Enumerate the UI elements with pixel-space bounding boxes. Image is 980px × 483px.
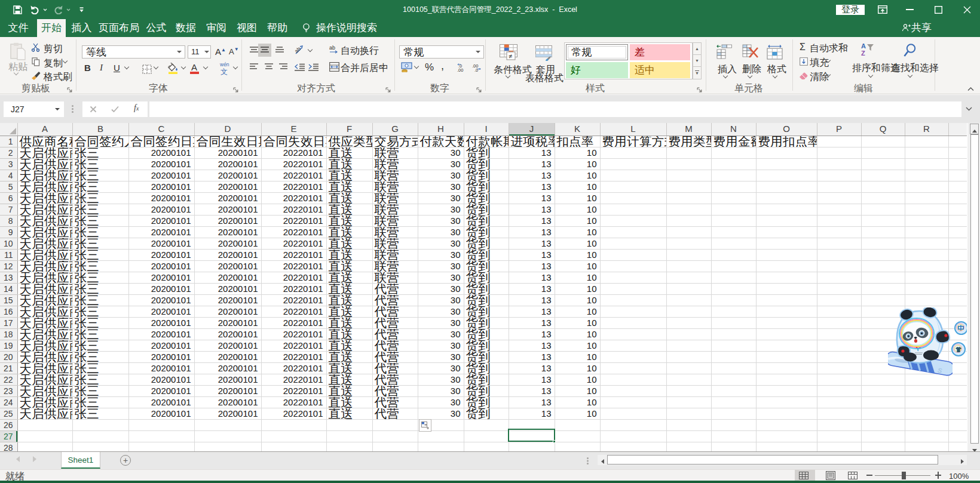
svg-text:≠: ≠ [509,53,512,60]
svg-text:A: A [861,43,866,50]
svg-text:.0: .0 [474,67,478,72]
svg-text:.00: .00 [457,67,463,72]
svg-text:Z: Z [861,50,865,57]
svg-text:ab: ab [329,45,335,51]
svg-text:ab: ab [295,46,302,54]
